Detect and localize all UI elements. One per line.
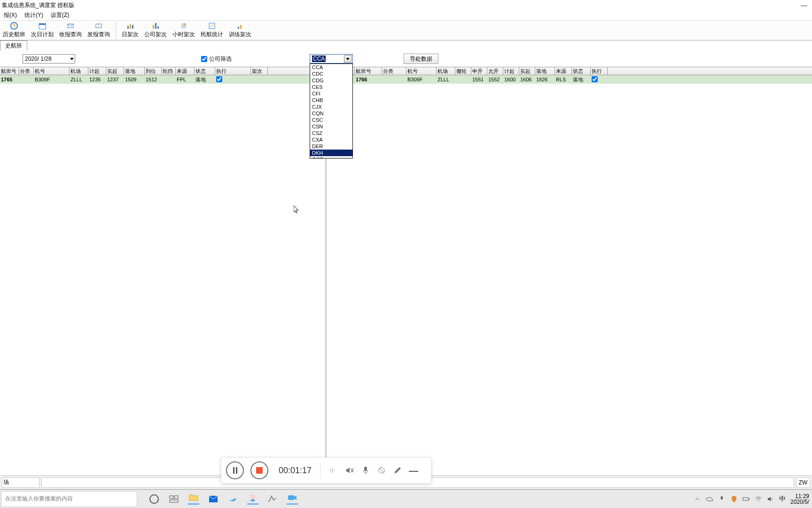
col-a[interactable]: 撤轮 [455, 67, 471, 75]
pie-icon [180, 22, 187, 30]
menu-settings[interactable]: 设置(Z) [47, 11, 73, 19]
col-d[interactable]: 计起 [503, 67, 519, 75]
tool-tomorrow[interactable]: 次日计划 [28, 21, 56, 40]
col-block[interactable]: 轮挡 [162, 67, 176, 75]
col-src[interactable]: 来源 [555, 67, 572, 75]
dropdown-item[interactable]: CDG [310, 77, 352, 84]
minimize-button[interactable]: — [798, 1, 810, 9]
search-placeholder: 在这里输入你要搜索的内容 [5, 495, 73, 503]
dropdown-scroll[interactable]: CCA CDC CDG CES CFI CHB CJX CQN CSC CSN … [310, 64, 352, 158]
tool-train[interactable]: 训练架次 [226, 21, 254, 40]
col-e[interactable]: 实起 [519, 67, 535, 75]
mic2-icon[interactable] [718, 495, 726, 503]
battery-icon[interactable] [742, 495, 750, 503]
dropdown-item[interactable]: CCA [310, 64, 352, 71]
dropdown-item[interactable]: DER [310, 143, 352, 150]
combo-dropdown-button[interactable] [344, 55, 351, 63]
col-exec[interactable]: 执行 [591, 67, 608, 75]
record-stop-button[interactable] [250, 461, 268, 479]
shield-icon[interactable] [730, 495, 738, 503]
col-cls[interactable]: 分类 [19, 67, 34, 75]
dropdown-item[interactable]: CSN [310, 123, 352, 130]
recorder-minimize[interactable]: — [409, 465, 418, 476]
volume-icon[interactable] [767, 495, 774, 503]
search-input[interactable]: 在这里输入你要搜索的内容 [1, 491, 137, 507]
cortana-icon[interactable] [148, 493, 160, 505]
col-tail[interactable]: 机号 [34, 67, 70, 75]
tray-up-icon[interactable] [694, 495, 701, 503]
tab-history[interactable]: 史航班 [0, 40, 27, 51]
dropdown-item[interactable]: GCR [310, 156, 352, 158]
exec-checkbox[interactable] [215, 76, 251, 83]
col-act[interactable]: 实起 [106, 67, 124, 75]
wifi-icon[interactable] [755, 495, 762, 503]
date-picker[interactable]: 2020/ 1/28 [23, 54, 75, 64]
recorder-toolbar[interactable]: 00:01:17 — [221, 457, 431, 484]
tool-history[interactable]: 历史航班 [0, 21, 28, 40]
dropdown-item[interactable]: CSZ [310, 130, 352, 136]
col-cls[interactable]: 分类 [382, 67, 406, 75]
col-state[interactable]: 状态 [195, 67, 215, 75]
col-f[interactable]: 落地 [535, 67, 555, 75]
export-button[interactable]: 导处数据 [404, 54, 438, 64]
tool-hour[interactable]: 小时架次 [170, 21, 198, 40]
camera-off-icon[interactable] [377, 466, 386, 475]
bird-icon[interactable] [227, 493, 239, 505]
col-flight[interactable]: 航班号 [0, 67, 19, 75]
dropdown-item[interactable]: CES [310, 84, 352, 90]
app1-icon[interactable] [247, 493, 258, 505]
tray-clock[interactable]: 11:29 2020/5/ [790, 493, 809, 505]
col-cnt[interactable]: 架次 [251, 67, 268, 75]
recorder-separator [320, 462, 320, 478]
company-combo[interactable]: CCA [310, 54, 353, 64]
cloud-icon[interactable] [706, 495, 713, 503]
dropdown-item[interactable]: CQN [310, 110, 352, 117]
col-tail[interactable]: 机号 [406, 67, 437, 75]
col-ap[interactable]: 机场 [70, 67, 88, 75]
company-filter-input[interactable] [201, 56, 207, 62]
col-exec[interactable]: 执行 [215, 67, 251, 75]
tool-recv[interactable]: 收报查询 [56, 21, 85, 40]
svg-rect-5 [127, 26, 129, 29]
app2-icon[interactable] [267, 493, 278, 505]
company-dropdown[interactable]: CCA CDC CDG CES CFI CHB CJX CQN CSC CSN … [310, 64, 353, 159]
col-flight[interactable]: 航班号 [355, 67, 382, 75]
dropdown-item[interactable]: CXA [310, 136, 352, 143]
record-pause-button[interactable] [226, 461, 244, 479]
mic-icon[interactable] [361, 466, 370, 475]
dropdown-item[interactable]: CHB [310, 97, 352, 103]
system-tray: 中 11:29 2020/5/ [694, 493, 809, 505]
col-src[interactable]: 来源 [176, 67, 195, 75]
col-arr[interactable]: 到位 [145, 67, 162, 75]
col-b[interactable]: 申开 [471, 67, 487, 75]
tool-company[interactable]: 公司架次 [141, 21, 170, 40]
mute-icon[interactable] [345, 466, 354, 475]
dropdown-item[interactable]: CSC [310, 117, 352, 123]
tool-day[interactable]: 日架次 [119, 21, 141, 40]
pen-icon[interactable] [393, 466, 402, 475]
inbox-icon [67, 22, 74, 30]
svg-rect-17 [334, 469, 335, 471]
task-view-icon[interactable] [168, 493, 180, 505]
col-state[interactable]: 状态 [572, 67, 591, 75]
tool-send[interactable]: 发报查询 [85, 21, 113, 40]
recorder-app-icon[interactable] [287, 493, 298, 505]
dropdown-item[interactable]: CJX [310, 103, 352, 110]
col-plan[interactable]: 计起 [88, 67, 106, 75]
col-land[interactable]: 落地 [124, 67, 145, 75]
dropdown-item[interactable]: CDC [310, 71, 352, 77]
dropdown-item[interactable]: CFI [310, 90, 352, 97]
menu-stats[interactable]: 统计(Y) [21, 11, 47, 19]
mail-icon[interactable] [208, 493, 219, 505]
left-grid-row[interactable]: 1765 B309F ZLLL 1235 1237 1509 1512 FPL … [0, 75, 325, 84]
right-grid-row[interactable]: 13 CCA 1766 B309F ZLLL 1551 1552 1600 16… [327, 75, 812, 84]
tool-civil[interactable]: 民航统计 [198, 21, 226, 40]
col-ap[interactable]: 机场 [437, 67, 455, 75]
dropdown-item-selected[interactable]: DKH [310, 150, 352, 156]
col-c[interactable]: 允开 [487, 67, 503, 75]
ime-indicator[interactable]: 中 [779, 495, 786, 503]
explorer-icon[interactable] [188, 493, 199, 505]
company-filter-checkbox[interactable]: 公司筛选 [201, 55, 232, 63]
menu-report[interactable]: 报(X) [0, 11, 21, 19]
exec-checkbox[interactable] [591, 76, 608, 83]
